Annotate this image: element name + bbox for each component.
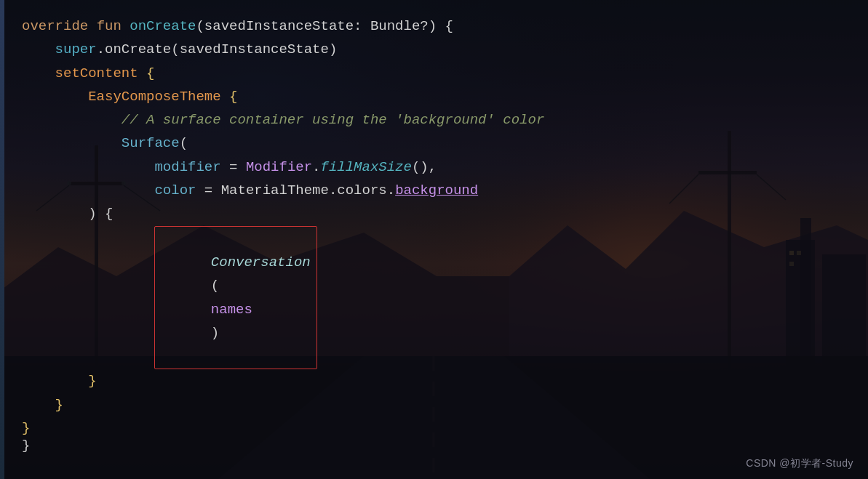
background-prop: background bbox=[395, 179, 478, 202]
fill-max-size: fillMaxSize bbox=[321, 156, 412, 179]
indent-4 bbox=[22, 156, 154, 179]
code-line-10: Conversation ( names ) bbox=[0, 226, 868, 370]
indent-4c bbox=[22, 228, 154, 251]
indent-2 bbox=[22, 85, 88, 108]
code-line-5: // A surface container using the 'backgr… bbox=[0, 108, 868, 132]
keyword-override: override bbox=[22, 15, 88, 38]
watermark: CSDN @初学者-Study bbox=[746, 457, 853, 470]
left-accent-bar bbox=[0, 0, 4, 479]
dot2: . bbox=[312, 156, 320, 179]
params: (savedInstanceState: Bundle?) { bbox=[196, 15, 453, 38]
indent-1 bbox=[22, 38, 55, 61]
dot3: .colors. bbox=[329, 179, 395, 202]
indent-2c bbox=[22, 369, 88, 393]
space bbox=[138, 62, 146, 85]
indent-4b bbox=[22, 179, 154, 202]
brace-open: { bbox=[146, 62, 154, 85]
indent-3 bbox=[22, 108, 122, 132]
code-line-12: } bbox=[0, 393, 868, 416]
final-brace: } bbox=[22, 438, 30, 454]
indent-3 bbox=[22, 132, 122, 155]
brace-close-inner: } bbox=[88, 369, 96, 393]
func-oncreate: onCreate bbox=[130, 15, 196, 38]
highlighted-code-block: Conversation ( names ) bbox=[154, 226, 316, 370]
code-line-6: Surface ( bbox=[0, 132, 868, 155]
indent-1 bbox=[22, 62, 55, 85]
code-line-4: EasyComposeTheme { bbox=[0, 85, 868, 108]
equals2: = bbox=[196, 179, 220, 202]
func-setcontent: setContent bbox=[55, 62, 138, 85]
space bbox=[122, 15, 130, 38]
surface-name: Surface bbox=[122, 132, 180, 155]
code-line-2: super .onCreate(savedInstanceState) bbox=[0, 38, 868, 61]
paren-open-2: ( bbox=[211, 278, 219, 294]
comment: // A surface container using the 'backgr… bbox=[122, 108, 545, 132]
space bbox=[221, 85, 229, 108]
paren-open: ( bbox=[180, 132, 188, 155]
code-line-8: color = MaterialTheme .colors. backgroun… bbox=[0, 179, 868, 202]
brace-close-theme: } bbox=[55, 393, 63, 416]
watermark-text: CSDN @初学者-Study bbox=[746, 457, 853, 469]
indent-2b bbox=[22, 202, 88, 225]
param-color: color bbox=[154, 179, 196, 202]
theme-name: EasyComposeTheme bbox=[88, 85, 220, 108]
indent-1b bbox=[22, 393, 55, 416]
code-line-9: ) { bbox=[0, 202, 868, 225]
material-theme: MaterialTheme bbox=[221, 179, 329, 202]
brace-open-2: { bbox=[229, 85, 237, 108]
keyword-fun: fun bbox=[97, 15, 122, 38]
code-line-1: override fun onCreate (savedInstanceStat… bbox=[0, 15, 868, 38]
code-line-13: } bbox=[0, 416, 868, 440]
conversation-func: Conversation bbox=[211, 254, 311, 270]
param-modifier: modifier bbox=[154, 156, 220, 179]
code-line-7: modifier = Modifier . fillMaxSize (), bbox=[0, 156, 868, 179]
code-editor: override fun onCreate (savedInstanceStat… bbox=[0, 0, 868, 479]
bottom-close-brace: } bbox=[0, 438, 868, 454]
equals: = bbox=[221, 156, 246, 179]
names-param: names bbox=[211, 302, 252, 318]
code-line-3: setContent { bbox=[0, 62, 868, 85]
paren-close-brace: ) { bbox=[88, 202, 113, 225]
keyword-super: super bbox=[55, 38, 97, 61]
paren-close-2: ) bbox=[211, 325, 219, 341]
brace-close-setcontent: } bbox=[22, 416, 30, 440]
dot: .onCreate(savedInstanceState) bbox=[97, 38, 338, 61]
modifier-class: Modifier bbox=[246, 156, 312, 179]
space bbox=[88, 15, 96, 38]
call-comma: (), bbox=[412, 156, 437, 179]
code-line-11: } bbox=[0, 369, 868, 393]
